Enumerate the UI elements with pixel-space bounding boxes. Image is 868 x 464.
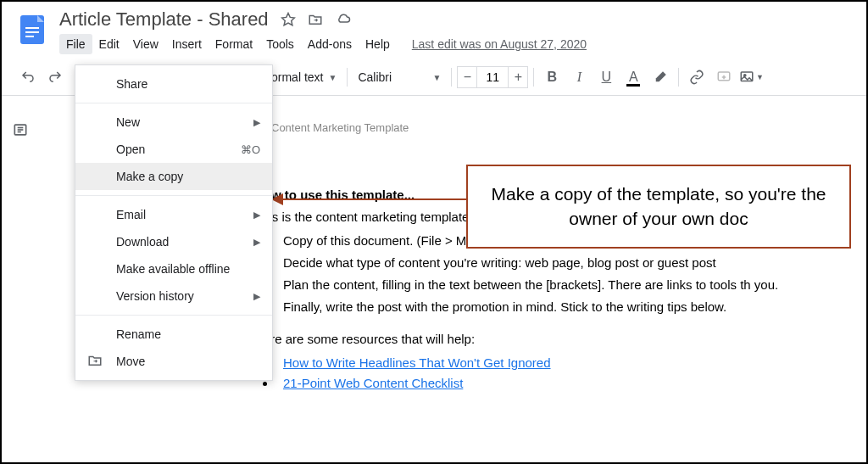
svg-rect-1: [25, 27, 39, 29]
docs-logo-icon[interactable]: [15, 12, 49, 46]
last-edit-link[interactable]: Last edit was on August 27, 2020: [412, 37, 587, 51]
menu-item-new[interactable]: New▶: [75, 109, 272, 136]
list-item: 21-Point Web Content Checklist: [276, 373, 866, 394]
title-row: Article Template - Shared: [59, 8, 853, 31]
header-content: Article Template - Shared File Edit View…: [59, 8, 853, 54]
bullet-list: How to Write Headlines That Won't Get Ig…: [276, 353, 866, 394]
file-dropdown-menu: Share New▶ Open⌘O Make a copy Email▶ Dow…: [75, 64, 273, 381]
list-item: Decide what type of content you're writi…: [276, 253, 866, 273]
bold-button[interactable]: B: [539, 64, 565, 90]
italic-button[interactable]: I: [566, 64, 592, 90]
font-label: Calibri: [358, 70, 392, 84]
menu-item-offline[interactable]: Make available offline: [75, 255, 272, 282]
menu-edit[interactable]: Edit: [92, 34, 126, 54]
caret-down-icon: ▼: [432, 73, 441, 82]
template-label: Content Marketing Template: [271, 121, 409, 134]
font-size-input[interactable]: [477, 66, 508, 88]
separator: [347, 68, 348, 87]
undo-icon[interactable]: [15, 64, 41, 90]
svg-rect-2: [25, 31, 39, 33]
submenu-arrow-icon: ▶: [253, 237, 260, 248]
left-sidebar: [2, 96, 42, 455]
menu-help[interactable]: Help: [359, 34, 397, 54]
menu-separator: [75, 315, 272, 316]
svg-rect-3: [25, 36, 34, 37]
annotation-callout: Make a copy of the template, so you're t…: [466, 165, 851, 249]
submenu-arrow-icon: ▶: [253, 117, 260, 128]
list-item: How to Write Headlines That Won't Get Ig…: [276, 353, 866, 373]
insert-link-button[interactable]: [684, 64, 709, 90]
menu-bar: File Edit View Insert Format Tools Add-o…: [59, 34, 853, 54]
menu-item-version[interactable]: Version history▶: [75, 282, 272, 310]
menu-item-rename[interactable]: Rename: [75, 321, 272, 348]
callout-text: Make a copy of the template, so you're t…: [491, 184, 826, 228]
annotation-arrow-line: [278, 198, 471, 200]
submenu-arrow-icon: ▶: [253, 291, 260, 302]
menu-item-make-copy[interactable]: Make a copy: [75, 163, 272, 190]
menu-tools[interactable]: Tools: [259, 34, 301, 54]
menu-item-email[interactable]: Email▶: [75, 201, 272, 228]
underline-button[interactable]: U: [593, 64, 619, 90]
decrease-font-button[interactable]: −: [457, 66, 477, 88]
cloud-status-icon[interactable]: [335, 12, 352, 27]
list-item: Plan the content, filling in the text be…: [276, 275, 866, 295]
menu-insert[interactable]: Insert: [165, 34, 209, 54]
menu-separator: [75, 195, 272, 196]
menu-item-share[interactable]: Share: [75, 70, 272, 98]
menu-item-download[interactable]: Download▶: [75, 228, 272, 255]
redo-icon[interactable]: [42, 64, 68, 90]
menu-item-move[interactable]: Move: [75, 348, 272, 375]
resource-link[interactable]: How to Write Headlines That Won't Get Ig…: [283, 355, 551, 370]
outline-icon[interactable]: [12, 121, 32, 142]
separator: [533, 68, 534, 87]
resources-intro: Here are some resources that will help:: [254, 329, 866, 349]
menu-separator: [75, 103, 272, 103]
header: Article Template - Shared File Edit View…: [2, 2, 866, 54]
submenu-arrow-icon: ▶: [253, 210, 260, 221]
folder-move-icon: [87, 353, 103, 371]
menu-addons[interactable]: Add-ons: [301, 34, 359, 54]
paragraph-style-select[interactable]: ormal text ▼: [266, 67, 342, 87]
shortcut-label: ⌘O: [241, 143, 260, 156]
insert-comment-button[interactable]: [711, 64, 737, 90]
highlight-button[interactable]: [648, 64, 673, 90]
document-title[interactable]: Article Template - Shared: [59, 8, 269, 31]
move-folder-icon[interactable]: [308, 12, 323, 27]
separator: [678, 68, 679, 87]
menu-format[interactable]: Format: [209, 34, 259, 54]
svg-marker-4: [281, 14, 294, 25]
caret-down-icon: ▼: [328, 73, 337, 82]
list-item: Finally, write the post with the promoti…: [276, 297, 866, 317]
annotation-arrow-head-icon: [271, 193, 283, 205]
menu-view[interactable]: View: [126, 34, 165, 54]
text-color-button[interactable]: A: [620, 64, 646, 90]
font-size-control: − +: [457, 66, 528, 88]
star-icon[interactable]: [281, 12, 296, 27]
doc-header-label: Content Marketing Template: [254, 121, 866, 134]
increase-font-button[interactable]: +: [508, 66, 528, 88]
insert-image-button[interactable]: ▼: [738, 64, 764, 90]
menu-file[interactable]: File: [59, 34, 92, 54]
separator: [451, 68, 452, 87]
menu-item-open[interactable]: Open⌘O: [75, 136, 272, 163]
font-family-select[interactable]: Calibri ▼: [353, 67, 446, 87]
resource-link[interactable]: 21-Point Web Content Checklist: [283, 376, 463, 390]
style-label: ormal text: [271, 70, 323, 84]
